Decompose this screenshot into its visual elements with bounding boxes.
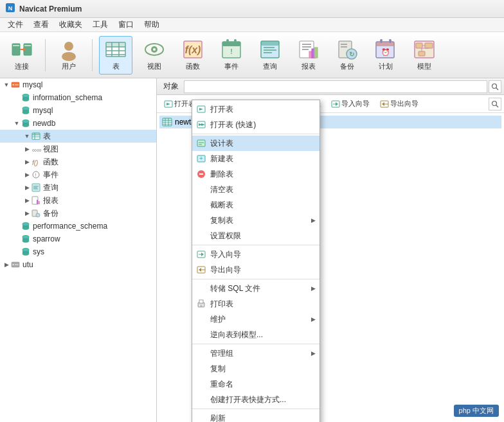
toolbar-schedule[interactable]: ⏰ 计划: [369, 36, 402, 75]
tree-table-group[interactable]: ▼ 表: [0, 130, 156, 143]
toolbar-function-label: 函数: [186, 62, 200, 71]
svg-rect-54: [416, 43, 422, 48]
query-icon: [258, 39, 282, 60]
ctx-open-table[interactable]: 打开表: [192, 101, 320, 117]
ctx-dump-sql[interactable]: 转储 SQL 文件 ▶: [192, 281, 320, 296]
toolbar-table[interactable]: 表: [99, 36, 132, 75]
svg-rect-80: [32, 133, 40, 135]
tree-perf-schema[interactable]: performance_schema: [0, 220, 156, 233]
ctx-copy[interactable]: 复制: [192, 361, 320, 376]
svg-rect-134: [163, 118, 172, 121]
tree-perf-label: performance_schema: [33, 222, 107, 231]
ctx-new-table[interactable]: + 新建表: [192, 151, 320, 166]
obj-search-input[interactable]: [184, 80, 487, 93]
tree-backup-group[interactable]: ▶ 备份: [0, 207, 156, 220]
tree-mysql-db[interactable]: mysql: [0, 104, 156, 117]
tree-table-arrow: ▼: [23, 133, 31, 139]
tree-event-group[interactable]: ▶ ! 事件: [0, 168, 156, 181]
tree-utu[interactable]: ▶ utu: [0, 258, 156, 271]
ctx-create-shortcut[interactable]: 创建打开表快捷方式...: [192, 392, 320, 407]
ctx-open-label: 打开表: [210, 104, 233, 115]
tree-info-schema[interactable]: information_schema: [0, 91, 156, 104]
menu-favorites[interactable]: 收藏夹: [54, 18, 87, 31]
obj-bar: 对象: [157, 78, 504, 95]
db-icon2: [21, 105, 31, 116]
tree-query-group[interactable]: ▶ 查询: [0, 181, 156, 194]
tree-sparrow-label: sparrow: [33, 234, 60, 243]
tree-mysql-server[interactable]: ▼ mysql: [0, 78, 156, 91]
svg-rect-37: [302, 49, 309, 50]
ctx-manage-group[interactable]: 管理组 ▶: [192, 346, 320, 361]
tree-query-arrow: ▶: [23, 184, 31, 191]
svg-rect-5: [24, 45, 31, 46]
svg-rect-90: [38, 201, 40, 204]
menu-tools[interactable]: 工具: [87, 18, 113, 31]
tree-report-group[interactable]: ▶ 报表: [0, 194, 156, 207]
toolbar-backup-label: 备份: [340, 62, 354, 71]
sparrow-db-icon: [21, 234, 31, 244]
ctx-open-icon: [196, 104, 206, 114]
btn-import-wizard[interactable]: 导入向导: [327, 97, 374, 111]
svg-point-105: [22, 249, 29, 252]
tree-func-group[interactable]: ▶ f() 函数: [0, 155, 156, 168]
svg-point-126: [492, 101, 497, 105]
toolbar-event[interactable]: ! 事件: [215, 36, 248, 75]
toolbar-query[interactable]: 查询: [253, 36, 287, 75]
ctx-truncate-table[interactable]: 截断表: [192, 197, 320, 213]
tree-view-group[interactable]: ▶ ∞∞ 视图: [0, 143, 156, 155]
svg-point-70: [22, 111, 29, 114]
menu-file[interactable]: 文件: [3, 18, 28, 31]
ctx-rename[interactable]: 重命名: [192, 376, 320, 392]
toolbar-connect-label: 连接: [15, 62, 29, 71]
ctx-refresh-label: 刷新: [210, 413, 226, 423]
svg-rect-35: [302, 44, 311, 45]
ctx-maintain[interactable]: 维护 ▶: [192, 312, 320, 327]
btn-export-wizard[interactable]: 导出向导: [375, 97, 423, 111]
toolbar-model[interactable]: 模型: [408, 36, 441, 75]
menu-bar: 文件 查看 收藏夹 工具 窗口 帮助: [0, 18, 504, 32]
ctx-design-table[interactable]: 设计表: [192, 136, 320, 151]
query-group-icon: [31, 182, 41, 193]
menu-view[interactable]: 查看: [28, 18, 54, 31]
ctx-open-fast-label: 打开表 (快速): [210, 119, 256, 130]
export-icon: [380, 100, 389, 109]
table-group-icon: [31, 131, 41, 141]
ctx-print-icon: [196, 299, 206, 309]
obj-search-icon-btn[interactable]: [489, 80, 501, 93]
menu-help[interactable]: 帮助: [139, 18, 165, 31]
ctx-reverse-model[interactable]: 逆向表到模型...: [192, 327, 320, 342]
ctx-import[interactable]: 导入向导: [192, 247, 320, 262]
toolbar-view[interactable]: 视图: [138, 36, 171, 75]
ctx-refresh[interactable]: 刷新: [192, 410, 320, 422]
toolbar-connect[interactable]: 连接: [5, 36, 39, 75]
ctx-sep5: [192, 409, 320, 409]
ctx-export[interactable]: 导出向导: [192, 262, 320, 277]
tree-newdb[interactable]: ▼ newdb: [0, 117, 156, 130]
ctx-print-table[interactable]: 打印表: [192, 296, 320, 312]
ctx-permissions[interactable]: 设置权限: [192, 228, 320, 243]
tree-backup-arrow: ▶: [23, 210, 31, 216]
ctx-delete-table[interactable]: 删除表: [192, 166, 320, 182]
ctx-open-fast[interactable]: 打开表 (快速): [192, 117, 320, 132]
tree-utu-arrow: ▶: [3, 261, 10, 268]
svg-rect-55: [425, 43, 433, 48]
tree-sys[interactable]: sys: [0, 245, 156, 258]
menu-window[interactable]: 窗口: [113, 18, 139, 31]
toolbar-backup[interactable]: ↻ 备份: [330, 36, 364, 75]
func-group-icon: f(): [31, 157, 41, 167]
toolbar-sep1: [45, 39, 46, 71]
search-btn[interactable]: [489, 98, 501, 110]
toolbar-user[interactable]: 用户: [52, 36, 86, 75]
toolbar-function[interactable]: f(x) 函数: [176, 36, 210, 75]
svg-point-109: [492, 84, 497, 88]
ctx-clear-table[interactable]: 清空表: [192, 182, 320, 197]
view-icon: [143, 39, 166, 60]
toolbar-report[interactable]: 报表: [292, 36, 325, 75]
svg-point-62: [13, 84, 14, 85]
ctx-copy-table[interactable]: 复制表 ▶: [192, 213, 320, 228]
svg-text:⏰: ⏰: [381, 48, 390, 57]
ctx-copy2-label: 复制: [210, 364, 226, 374]
tree-sparrow[interactable]: sparrow: [0, 233, 156, 245]
view-group-icon: ∞∞: [31, 144, 41, 154]
ctx-delete-label: 删除表: [210, 169, 233, 180]
